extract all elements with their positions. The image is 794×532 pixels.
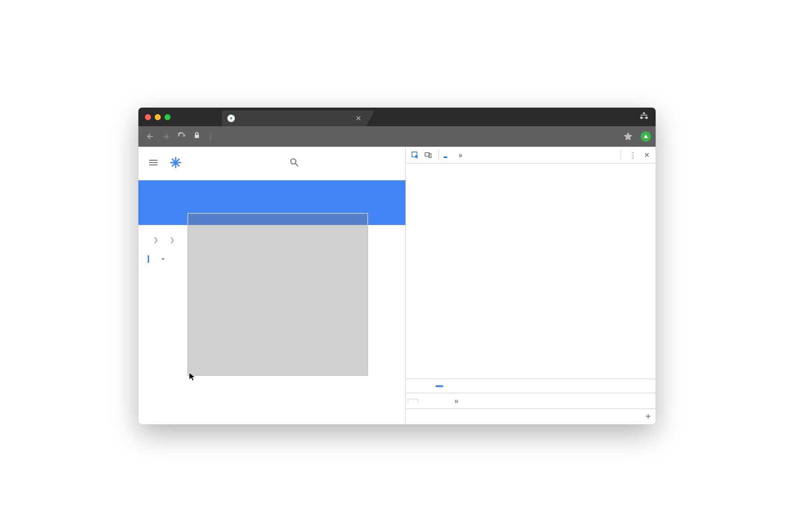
maximize-window-icon[interactable] bbox=[164, 114, 171, 120]
rendered-page: ❯ ❯ bbox=[138, 147, 405, 424]
address-bar: | bbox=[138, 126, 656, 147]
devtools-panel: » ⋮ ✕ » bbox=[405, 147, 656, 424]
subtab-event-listeners[interactable] bbox=[429, 399, 438, 403]
dom-breadcrumb bbox=[406, 379, 656, 393]
breadcrumb: ❯ ❯ bbox=[148, 236, 396, 243]
table-of-contents bbox=[148, 255, 396, 263]
styles-tab-bar: » bbox=[406, 393, 656, 409]
favicon-icon bbox=[227, 115, 235, 122]
chevron-down-icon bbox=[159, 255, 167, 263]
content-area: ❯ ❯ bbox=[138, 147, 656, 424]
forward-button[interactable] bbox=[159, 130, 173, 143]
lock-icon bbox=[193, 132, 200, 141]
url-divider: | bbox=[210, 132, 212, 141]
devtools-tab-bar: » ⋮ ✕ bbox=[406, 147, 656, 164]
chevron-right-icon: ❯ bbox=[153, 236, 158, 243]
extension-badge-icon[interactable] bbox=[641, 131, 651, 142]
separator bbox=[438, 150, 439, 160]
page-header bbox=[138, 147, 405, 180]
search-icon[interactable] bbox=[289, 157, 300, 170]
styles-filter-input[interactable] bbox=[411, 413, 630, 421]
toc-header[interactable] bbox=[156, 255, 396, 263]
subtab-dom-breakpoints[interactable] bbox=[439, 399, 449, 403]
new-style-rule-icon[interactable]: + bbox=[645, 411, 651, 422]
browser-tab[interactable]: ✕ bbox=[222, 110, 366, 126]
incognito-icon bbox=[639, 111, 649, 123]
window-traffic-lights bbox=[145, 114, 171, 120]
kebab-menu-icon[interactable]: ⋮ bbox=[628, 149, 638, 161]
page-body: ❯ ❯ bbox=[138, 225, 405, 424]
close-window-icon[interactable] bbox=[145, 114, 151, 120]
titlebar: ✕ bbox=[138, 108, 656, 126]
site-logo-icon[interactable] bbox=[169, 156, 182, 171]
separator bbox=[621, 150, 621, 160]
inspect-element-icon[interactable] bbox=[410, 150, 421, 161]
tools-banner bbox=[138, 180, 405, 225]
more-tabs-icon[interactable]: » bbox=[457, 148, 464, 162]
minimize-window-icon[interactable] bbox=[155, 114, 161, 120]
styles-filter-row: + bbox=[406, 409, 656, 424]
crumb-selected[interactable] bbox=[436, 385, 443, 387]
dom-tree[interactable] bbox=[406, 164, 656, 379]
tab-console[interactable] bbox=[449, 152, 453, 158]
bookmark-star-icon[interactable] bbox=[621, 130, 635, 143]
reload-button[interactable] bbox=[175, 130, 189, 143]
mouse-cursor-icon bbox=[189, 372, 196, 383]
hamburger-menu-icon[interactable] bbox=[148, 157, 159, 170]
svg-rect-2 bbox=[429, 154, 431, 157]
tab-close-icon[interactable]: ✕ bbox=[356, 114, 362, 123]
more-subtabs-icon[interactable]: » bbox=[450, 395, 463, 407]
subtab-styles[interactable] bbox=[408, 399, 418, 403]
subtab-computed[interactable] bbox=[419, 399, 428, 403]
device-toolbar-icon[interactable] bbox=[423, 150, 434, 161]
close-devtools-icon[interactable]: ✕ bbox=[642, 149, 652, 161]
browser-window: ✕ | ❯ bbox=[138, 108, 656, 424]
chevron-right-icon: ❯ bbox=[170, 236, 175, 243]
tab-elements[interactable] bbox=[444, 152, 447, 158]
back-button[interactable] bbox=[143, 130, 157, 143]
